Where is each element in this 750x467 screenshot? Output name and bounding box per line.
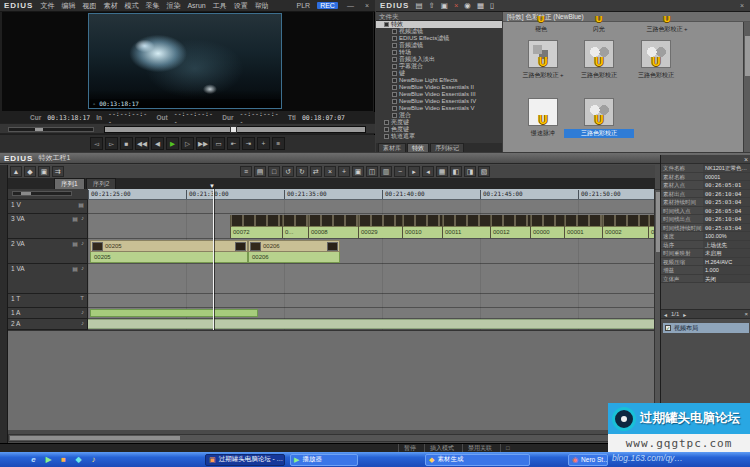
rewind-button[interactable]: ◀◀ bbox=[135, 137, 149, 150]
tree-item-keyers[interactable]: 键 bbox=[376, 70, 502, 77]
trim-right-icon[interactable]: ▸ bbox=[408, 166, 420, 177]
track-row-1v[interactable] bbox=[88, 200, 682, 214]
ie-icon[interactable]: e bbox=[28, 454, 39, 465]
track-header-3va[interactable]: 3 VA ▤♪ bbox=[8, 214, 88, 239]
timeline-clip[interactable]: 00001 bbox=[564, 215, 602, 238]
effect-thumbnail[interactable]: U bbox=[584, 40, 614, 68]
timeline-clip-00205[interactable]: 00205 00205 bbox=[90, 240, 248, 263]
jog-left-button[interactable]: ◅ bbox=[90, 137, 103, 150]
timeline-hscrollbar[interactable] bbox=[8, 434, 655, 442]
title-part-icon[interactable]: T bbox=[80, 295, 84, 301]
next-frame-button[interactable]: ▷ bbox=[181, 137, 194, 150]
pager-prev-icon[interactable]: ◂ bbox=[664, 311, 667, 318]
tree-item-newblue-ve4[interactable]: NewBlue Video Essentials IV bbox=[376, 98, 502, 105]
menu-settings[interactable]: 设置 bbox=[234, 1, 248, 11]
copy-icon[interactable]: ▣ bbox=[441, 1, 448, 10]
audio-clip[interactable] bbox=[90, 309, 258, 317]
track-header-1t[interactable]: 1 T T bbox=[8, 294, 88, 308]
lock-icon[interactable]: ▯ bbox=[490, 1, 494, 10]
tree-item-track-matte[interactable]: 轨道遮罩 bbox=[376, 133, 502, 140]
tree-item-video-filters[interactable]: 视频滤镜 bbox=[376, 28, 502, 35]
prev-frame-button[interactable]: ◀ bbox=[151, 137, 164, 150]
menu-view[interactable]: 视图 bbox=[82, 1, 96, 11]
add-to-timeline-button[interactable]: + bbox=[257, 137, 270, 150]
track-header-1a[interactable]: 1 A ♪ bbox=[8, 308, 88, 319]
timeline-clip[interactable]: 00012 bbox=[490, 215, 530, 238]
tree-item-effects[interactable]: 特效 bbox=[376, 21, 502, 28]
timeline-clip[interactable]: 00010 bbox=[402, 215, 442, 238]
overwrite-icon[interactable]: ◨ bbox=[464, 166, 476, 177]
track-row-1va[interactable] bbox=[88, 264, 682, 294]
menu-clip[interactable]: 素材 bbox=[103, 1, 117, 11]
tab-sequence-1[interactable]: 序列1 bbox=[54, 178, 85, 189]
audio-part-icon[interactable]: ♪ bbox=[81, 320, 84, 326]
cut-icon[interactable]: × bbox=[324, 166, 336, 177]
taskbar-button-generator[interactable]: ◆ 素材生成 bbox=[425, 454, 530, 466]
audio-part-icon[interactable]: ♪ bbox=[81, 215, 84, 222]
effect-thumb-label[interactable]: 三路色彩校正 bbox=[621, 71, 691, 80]
stop-button[interactable]: ■ bbox=[120, 137, 133, 150]
new-sequence-icon[interactable]: ▤ bbox=[254, 166, 266, 177]
timeline-clip[interactable]: 00008 bbox=[308, 215, 358, 238]
lift-icon[interactable]: ◧ bbox=[450, 166, 462, 177]
scrollbar-thumb[interactable] bbox=[745, 36, 750, 76]
app-icon[interactable]: ♪ bbox=[88, 454, 99, 465]
timeline-zoom-slider[interactable] bbox=[12, 191, 72, 196]
shuttle-thumb[interactable] bbox=[35, 128, 43, 131]
tab-sequence-marks[interactable]: 序列标记 bbox=[430, 143, 464, 152]
jog-right-button[interactable]: ▻ bbox=[105, 137, 118, 150]
tree-item-edius-effects[interactable]: EDIUS Effects滤镜 bbox=[376, 35, 502, 42]
info-close-button[interactable]: × bbox=[744, 155, 748, 164]
applied-effect-row[interactable]: ✓ 视频布局 bbox=[663, 323, 749, 333]
effect-thumbnail[interactable]: U bbox=[641, 40, 671, 68]
hscroll-thumb[interactable] bbox=[10, 436, 180, 440]
tree-item-title-mixers[interactable]: 字幕混合 bbox=[376, 63, 502, 70]
menu-help[interactable]: 帮助 bbox=[255, 1, 269, 11]
timeline-ruler[interactable]: 00:21:25:00 00:21:30:00 00:21:35:00 00:2… bbox=[88, 189, 682, 200]
tree-item-chroma-key[interactable]: 色度键 bbox=[376, 126, 502, 133]
track-row-2va[interactable]: 00205 00205 00206 00206 bbox=[88, 239, 682, 264]
more-transport-button[interactable]: ≡ bbox=[272, 137, 285, 150]
tab-sequence-2[interactable]: 序列2 bbox=[86, 178, 117, 189]
up-folder-icon[interactable]: ⇧ bbox=[429, 1, 435, 10]
tree-item-transitions[interactable]: 转场 bbox=[376, 49, 502, 56]
copy-icon[interactable]: ▣ bbox=[352, 166, 364, 177]
marker-tool-icon[interactable]: ◆ bbox=[24, 166, 36, 177]
layout-tool-icon[interactable]: ▣ bbox=[38, 166, 50, 177]
undo-icon[interactable]: ↺ bbox=[282, 166, 294, 177]
playhead-marker-icon[interactable]: ▼ bbox=[209, 183, 215, 189]
menu-file[interactable]: 文件 bbox=[40, 1, 54, 11]
timeline-clip-00206[interactable]: 00206 00206 bbox=[248, 240, 340, 263]
playhead[interactable] bbox=[213, 189, 214, 330]
loop-button[interactable]: ▭ bbox=[212, 137, 225, 150]
tree-item-audio-crossfade[interactable]: 音频淡入淡出 bbox=[376, 56, 502, 63]
track-row-3va[interactable]: 00072 0... 00008 00029 00010 00011 00012… bbox=[88, 214, 682, 239]
effect-thumbnail[interactable]: U bbox=[584, 98, 614, 126]
effect-thumb-label[interactable]: 闪光 bbox=[569, 25, 629, 34]
menu-render[interactable]: 渲染 bbox=[166, 1, 180, 11]
audio-part-icon[interactable]: ♪ bbox=[81, 265, 84, 272]
media-icon[interactable]: ▶ bbox=[43, 454, 54, 465]
tab-bin[interactable]: 素材库 bbox=[378, 143, 406, 152]
properties-icon[interactable]: ◉ bbox=[464, 1, 471, 10]
track-header-2va[interactable]: 2 VA ▤♪ bbox=[8, 239, 88, 264]
tree-item-mixers[interactable]: 混合 bbox=[376, 112, 502, 119]
tree-item-newblue-ve5[interactable]: NewBlue Video Essentials V bbox=[376, 105, 502, 112]
effect-thumb-label[interactable]: 三路色彩校正 + bbox=[625, 25, 709, 34]
timeline-clip[interactable]: 00029 bbox=[358, 215, 402, 238]
new-clip-icon[interactable]: □ bbox=[268, 166, 280, 177]
folder-icon[interactable]: ▤ bbox=[415, 1, 422, 10]
match-frame-icon[interactable]: ▦ bbox=[436, 166, 448, 177]
track-row-1a[interactable] bbox=[88, 308, 682, 319]
add-icon[interactable]: + bbox=[338, 166, 350, 177]
position-slider[interactable] bbox=[104, 126, 366, 133]
track-header-2a[interactable]: 2 A ♪ bbox=[8, 319, 88, 330]
delete-icon[interactable]: × bbox=[454, 1, 458, 10]
menu-tools[interactable]: 工具 bbox=[213, 1, 227, 11]
timeline-clip[interactable]: 00000 bbox=[530, 215, 564, 238]
position-thumb[interactable] bbox=[230, 126, 237, 133]
fast-forward-button[interactable]: ▶▶ bbox=[196, 137, 210, 150]
play-button[interactable]: ▶ bbox=[166, 137, 179, 150]
tab-effects[interactable]: 特效 bbox=[407, 143, 429, 152]
effect-thumbnail[interactable]: U bbox=[528, 40, 558, 68]
